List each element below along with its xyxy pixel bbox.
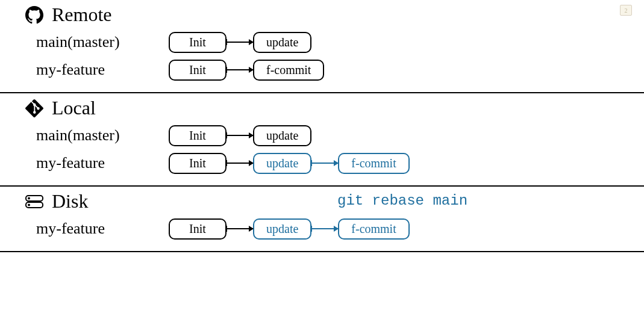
remote-header: Remote [24,4,632,26]
branch-label: main(master) [36,33,169,51]
commit-box: Init [169,60,227,81]
section-local: Local main(master) Init update my-featur… [0,93,644,187]
local-branch-main: main(master) Init update [36,123,632,148]
local-title: Local [52,97,96,119]
remote-branch-main: main(master) Init update [36,29,632,55]
branch-label: main(master) [36,126,169,144]
arrow-icon [311,163,338,164]
commit-chain: Init update [169,125,311,146]
arrow-icon [227,135,253,136]
commit-box: f-commit [253,60,324,81]
branch-label: my-feature [36,220,169,238]
local-header: Local [24,97,632,119]
arrow-icon [227,69,253,70]
commit-box: Init [169,32,227,53]
commit-box: f-commit [338,218,409,240]
git-icon [24,98,45,119]
disk-title: Disk [52,190,88,212]
arrow-icon [227,228,253,229]
commit-chain: Init f-commit [169,60,324,81]
branch-label: my-feature [36,61,169,79]
disk-header: Disk [24,190,632,212]
section-disk: git rebase main Disk my-feature Init upd… [0,187,644,252]
commit-box: Init [169,125,227,146]
git-command: git rebase main [337,193,467,209]
arrow-icon [227,42,253,43]
remote-branch-feature: my-feature Init f-commit [36,57,632,82]
commit-chain: Init update f-commit [169,153,410,174]
page-badge: 2 [620,5,632,16]
remote-title: Remote [52,4,112,26]
commit-chain: Init update f-commit [169,218,410,240]
branch-label: my-feature [36,154,169,172]
section-remote: Remote main(master) Init update my-featu… [0,0,644,93]
commit-box: update [253,218,311,240]
disk-icon [24,191,45,212]
commit-box: update [253,32,311,53]
local-branch-feature: my-feature Init update f-commit [36,150,632,176]
svg-point-3 [28,204,30,205]
commit-box: Init [169,153,227,174]
commit-box: Init [169,218,227,240]
disk-branch-feature: my-feature Init update f-commit [36,216,632,241]
github-icon [24,5,45,25]
commit-box: update [253,153,311,174]
commit-box: f-commit [338,153,409,174]
arrow-icon [227,163,253,164]
arrow-icon [311,228,338,229]
commit-chain: Init update [169,32,311,53]
svg-point-2 [28,197,30,199]
commit-box: update [253,125,311,146]
